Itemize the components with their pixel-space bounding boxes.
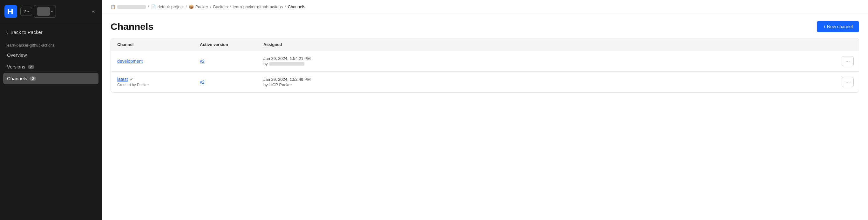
version-cell-latest: v2 bbox=[193, 72, 257, 93]
actions-cell-development: ··· bbox=[835, 51, 859, 72]
packer-icon: 📦 bbox=[189, 4, 194, 9]
versions-label: Versions bbox=[7, 64, 25, 69]
table-row: development v2 Jan 29, 2024, 1:54:21 PM … bbox=[111, 51, 859, 72]
breadcrumb: 📋 / 📄 default-project / 📦 Packer / Bucke… bbox=[102, 0, 868, 14]
channel-name-cell: latest ✓ Created by Packer bbox=[111, 72, 193, 93]
channel-link-latest[interactable]: latest bbox=[117, 77, 128, 82]
more-menu-button-latest[interactable]: ··· bbox=[842, 77, 854, 87]
table-header: Channel Active version Assigned bbox=[111, 38, 859, 51]
channel-subtitle-latest: Created by Packer bbox=[117, 83, 187, 87]
page-header: Channels + New channel bbox=[102, 14, 868, 38]
assigned-by-blurred-development bbox=[270, 62, 304, 66]
hcp-logo-icon bbox=[4, 5, 17, 18]
breadcrumb-org: 📋 bbox=[111, 4, 146, 9]
overview-label: Overview bbox=[7, 52, 27, 58]
back-arrow-icon: ‹ bbox=[6, 30, 8, 35]
project-icon: 📄 bbox=[151, 4, 156, 9]
assigned-by-latest: by HCP Packer bbox=[264, 82, 829, 87]
channels-table: Channel Active version Assigned developm… bbox=[111, 38, 859, 92]
assigned-by-development: by bbox=[264, 62, 829, 66]
col-header-version: Active version bbox=[193, 38, 257, 51]
page-title: Channels bbox=[111, 21, 153, 32]
org-selector-button[interactable]: ▾ bbox=[34, 5, 56, 18]
back-to-packer-link[interactable]: ‹ Back to Packer bbox=[0, 23, 102, 40]
sidebar-section-label: learn-packer-github-actions bbox=[0, 40, 102, 49]
assigned-cell-latest: Jan 29, 2024, 1:52:49 PM by HCP Packer bbox=[257, 72, 835, 93]
org-avatar bbox=[37, 7, 50, 16]
assigned-cell-development: Jan 29, 2024, 1:54:21 PM by bbox=[257, 51, 835, 72]
back-link-label: Back to Packer bbox=[10, 30, 42, 35]
breadcrumb-buckets: Buckets bbox=[213, 4, 228, 9]
sidebar: ? ▾ ▾ « ‹ Back to Packer learn-packer-gi… bbox=[0, 0, 102, 220]
table-body: development v2 Jan 29, 2024, 1:54:21 PM … bbox=[111, 51, 859, 93]
col-header-channel: Channel bbox=[111, 38, 193, 51]
chevron-down-icon: ▾ bbox=[27, 10, 29, 13]
breadcrumb-bucket-name: learn-packer-github-actions bbox=[233, 4, 283, 9]
sidebar-item-channels[interactable]: Channels 2 bbox=[3, 73, 98, 84]
sidebar-nav: Overview Versions 2 Channels 2 bbox=[0, 49, 102, 84]
channels-table-container: Channel Active version Assigned developm… bbox=[111, 38, 859, 93]
main-content: 📋 / 📄 default-project / 📦 Packer / Bucke… bbox=[102, 0, 868, 220]
sidebar-item-overview[interactable]: Overview bbox=[3, 49, 98, 61]
verified-icon: ✓ bbox=[130, 77, 133, 82]
collapse-sidebar-button[interactable]: « bbox=[89, 7, 97, 15]
breadcrumb-channels: Channels bbox=[288, 4, 305, 9]
channels-badge: 2 bbox=[30, 76, 36, 81]
assigned-date-latest: Jan 29, 2024, 1:52:49 PM bbox=[264, 77, 829, 82]
versions-badge: 2 bbox=[28, 65, 34, 69]
table-row: latest ✓ Created by Packer v2 Jan 29, 20… bbox=[111, 72, 859, 93]
assigned-by-text-latest: HCP Packer bbox=[270, 82, 292, 87]
breadcrumb-packer: 📦 Packer bbox=[189, 4, 208, 9]
channels-label: Channels bbox=[7, 76, 27, 81]
version-link-development[interactable]: v2 bbox=[200, 59, 205, 64]
chevron-down-icon: ▾ bbox=[51, 10, 53, 13]
version-link-latest[interactable]: v2 bbox=[200, 80, 205, 85]
new-channel-button[interactable]: + New channel bbox=[817, 21, 859, 32]
breadcrumb-project: 📄 default-project bbox=[151, 4, 184, 9]
assigned-date-development: Jan 29, 2024, 1:54:21 PM bbox=[264, 56, 829, 61]
col-header-assigned: Assigned bbox=[257, 38, 835, 51]
header-controls: ? ▾ ▾ bbox=[20, 5, 56, 18]
channel-name-cell: development bbox=[111, 51, 193, 72]
sidebar-header-left: ? ▾ ▾ bbox=[4, 5, 56, 18]
help-button[interactable]: ? ▾ bbox=[20, 7, 32, 16]
actions-cell-latest: ··· bbox=[835, 72, 859, 93]
version-cell-development: v2 bbox=[193, 51, 257, 72]
more-menu-button-development[interactable]: ··· bbox=[842, 56, 854, 66]
question-icon: ? bbox=[24, 9, 26, 14]
sidebar-item-versions[interactable]: Versions 2 bbox=[3, 61, 98, 72]
sidebar-header: ? ▾ ▾ « bbox=[0, 0, 102, 23]
col-header-actions bbox=[835, 38, 859, 51]
channel-link-development[interactable]: development bbox=[117, 59, 143, 64]
org-icon: 📋 bbox=[111, 4, 116, 9]
